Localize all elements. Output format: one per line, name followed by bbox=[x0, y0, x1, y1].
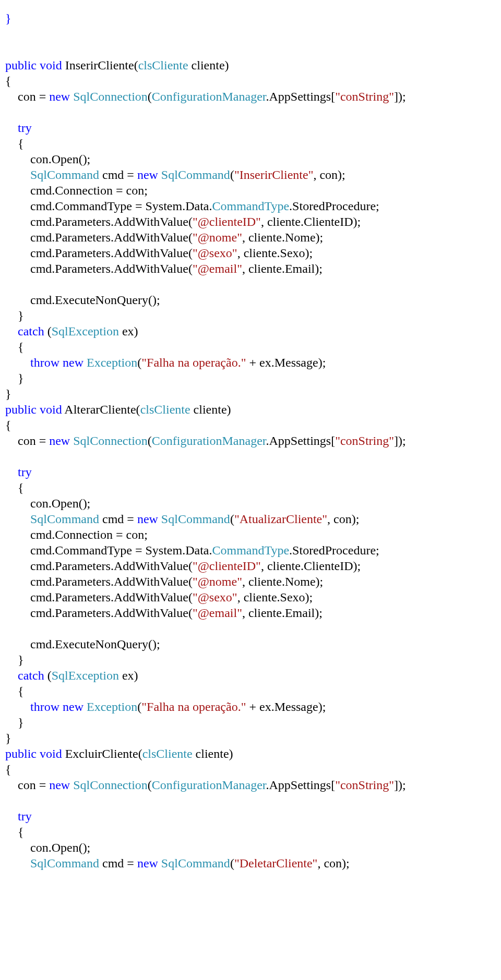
code-block: } public void InserirCliente(clsCliente … bbox=[5, 10, 496, 871]
